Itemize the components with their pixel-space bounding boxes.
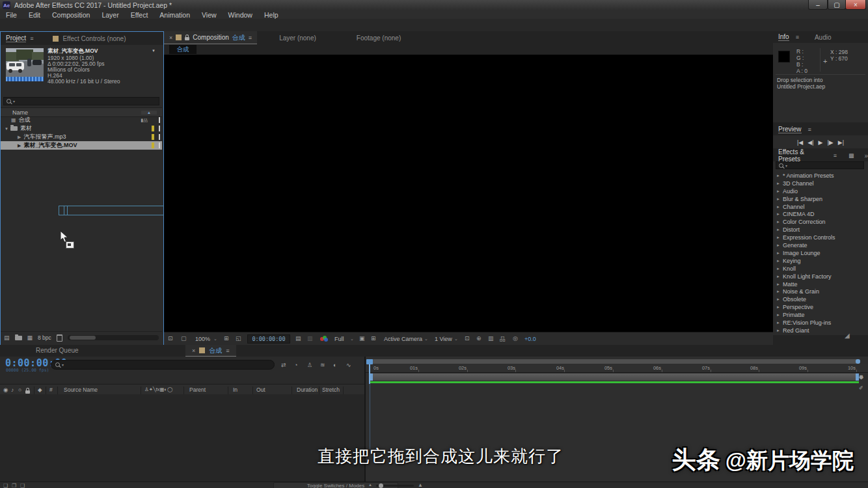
effects-category[interactable]: ►Obsolete (773, 295, 868, 303)
zoom-in-mountain-icon[interactable]: ▲ (418, 482, 423, 488)
disclosure-triangle-icon[interactable]: ► (776, 205, 780, 209)
sort-ascending-icon[interactable]: ▲ (141, 111, 157, 115)
effects-category[interactable]: ►Knoll (773, 265, 868, 273)
disclosure-triangle-icon[interactable]: ► (776, 267, 780, 271)
menu-layer[interactable]: Layer (96, 11, 124, 19)
effects-category[interactable]: ►Noise & Grain (773, 288, 868, 296)
resize-grip-icon[interactable]: ◢ (845, 332, 850, 339)
tab-preview[interactable]: Preview (778, 126, 802, 133)
scrollbar-thumb[interactable] (70, 336, 96, 340)
project-row-composition[interactable]: ▦ 合成 ▮品 (1, 116, 162, 124)
grid-guides-icon[interactable]: ⊞ (224, 335, 229, 342)
out-column[interactable]: Out (256, 386, 265, 393)
previous-frame-icon[interactable]: ◀| (807, 139, 813, 146)
parent-column[interactable]: Parent (189, 386, 206, 393)
expand-switches-pane-icon[interactable]: ❐ (12, 483, 16, 488)
new-composition-icon[interactable]: ▦ (27, 334, 33, 341)
channel-colors-icon[interactable] (320, 336, 328, 342)
panel-menu-icon[interactable]: ≡ (808, 126, 811, 133)
maximize-button[interactable]: ▢ (828, 0, 846, 10)
zoom-slider-knob[interactable] (379, 483, 383, 488)
disclosure-triangle-icon[interactable]: ► (776, 259, 780, 263)
effects-category[interactable]: ►Channel (773, 203, 868, 211)
effects-category[interactable]: ►Blur & Sharpen (773, 195, 868, 203)
panel-menu-icon[interactable]: ≡ (30, 35, 33, 42)
playhead-handle[interactable] (366, 359, 373, 364)
project-row-folder[interactable]: ▼ 素材 (1, 124, 162, 133)
timeline-flowchart-icon[interactable]: 品 (500, 335, 506, 344)
panel-menu-icon[interactable]: ≡ (834, 152, 837, 159)
disclosure-triangle-icon[interactable]: ► (776, 189, 780, 193)
menu-composition[interactable]: Composition (46, 11, 96, 19)
viewer-tab-comp[interactable]: 合成 (169, 45, 197, 54)
time-ruler[interactable]: 0s 01s 02s 03s 04s 05s 06s 07s 08s 09s 1… (366, 364, 868, 373)
disclosure-triangle-icon[interactable]: ► (776, 290, 780, 293)
next-frame-icon[interactable]: |▶ (827, 139, 833, 146)
transparency-grid-icon[interactable]: ⊞ (371, 335, 376, 342)
disclosure-triangle-icon[interactable]: ► (776, 236, 780, 239)
navigator-end-handle[interactable] (856, 359, 860, 364)
tab-composition[interactable]: × Composition 合成 ≡ (164, 31, 257, 44)
new-folder-icon[interactable] (15, 336, 22, 340)
tab-project[interactable]: Project (6, 34, 26, 42)
frame-blending-icon[interactable]: ≋ (320, 362, 325, 368)
disclosure-triangle-icon[interactable]: ► (776, 212, 780, 216)
project-row-video-selected[interactable]: ▶ 素材_汽车变色.MOV (1, 141, 162, 150)
chevron-down-icon[interactable]: ⌄ (454, 336, 458, 342)
tab-timeline-comp[interactable]: × 合成 ≡ (185, 345, 236, 357)
effects-category[interactable]: ►Color Correction (773, 218, 868, 226)
comp-marker-bin-icon[interactable]: ⬟ (859, 374, 863, 380)
effects-category[interactable]: ►Audio (773, 187, 868, 195)
audio-icon[interactable]: ♪ (11, 386, 14, 393)
resolution-value[interactable]: Full (334, 336, 344, 342)
footage-thumbnail[interactable] (6, 48, 44, 77)
label-color-chip[interactable] (152, 142, 154, 148)
expand-inout-pane-icon[interactable]: ❑ (20, 483, 25, 488)
disclosure-triangle-icon[interactable]: ► (776, 321, 780, 325)
zoom-out-mountain-icon[interactable]: ▲ (368, 483, 372, 487)
effects-category[interactable]: ►CINEMA 4D (773, 211, 868, 219)
disclosure-triangle-icon[interactable]: ► (776, 282, 780, 286)
disclosure-triangle-icon[interactable]: ► (776, 182, 780, 185)
menu-edit[interactable]: Edit (23, 11, 46, 19)
disclosure-triangle-icon[interactable]: ► (776, 297, 780, 301)
magnification-value[interactable]: 100% (195, 336, 210, 342)
disclosure-triangle-icon[interactable]: ► (776, 197, 780, 201)
label-column-icon[interactable]: ◆ (38, 386, 42, 393)
panel-menu-icon[interactable]: ≡ (796, 34, 799, 40)
disclosure-open-icon[interactable]: ▼ (5, 127, 8, 131)
composition-viewport[interactable] (164, 55, 773, 332)
duration-column[interactable]: Duration (297, 386, 318, 393)
disclosure-triangle-icon[interactable]: ► (776, 220, 780, 224)
expand-layer-pane-icon[interactable]: ❏ (3, 483, 8, 488)
project-row-audio[interactable]: ▶ 汽车报警声.mp3 (1, 133, 162, 141)
effects-category[interactable]: ►Primatte (773, 311, 868, 319)
timeline-zoom-slider[interactable] (376, 485, 414, 487)
draft-3d-icon[interactable]: ◔ (294, 362, 297, 368)
effects-category[interactable]: ►Generate (773, 241, 868, 249)
reset-exposure-icon[interactable]: ◎ (513, 335, 518, 342)
minimize-button[interactable]: – (808, 0, 828, 10)
chevron-down-icon[interactable]: ⌄ (213, 336, 217, 342)
tab-info[interactable]: Info (778, 33, 789, 41)
menu-effect[interactable]: Effect (125, 11, 154, 19)
disclosure-triangle-icon[interactable]: ► (776, 313, 780, 317)
exposure-value[interactable]: +0.0 (524, 336, 536, 342)
pixel-aspect-icon[interactable]: ⊕ (476, 335, 481, 342)
comp-button-icon[interactable]: ✐ (859, 385, 863, 391)
effects-search-box[interactable]: ▾ (776, 161, 864, 169)
menu-file[interactable]: File (0, 11, 23, 19)
menu-window[interactable]: Window (223, 11, 258, 19)
lock-icon[interactable] (185, 37, 189, 40)
graph-editor-icon[interactable]: ∿ (346, 362, 351, 368)
comp-timecode[interactable]: 0:00:00:00 (247, 334, 290, 344)
disclosure-triangle-icon[interactable]: ► (776, 243, 780, 247)
close-button[interactable]: × (845, 0, 866, 10)
tab-effect-controls[interactable]: Effect Controls (none) (62, 35, 126, 42)
bit-depth-label[interactable]: 8 bpc (38, 334, 51, 341)
show-snapshot-icon[interactable]: ▥ (307, 335, 313, 342)
panel-menu-icon[interactable]: ≡ (249, 34, 252, 41)
effects-category[interactable]: ►Perspective (773, 303, 868, 311)
video-eye-icon[interactable]: ◉ (3, 386, 8, 393)
work-area-bar[interactable] (370, 373, 859, 381)
